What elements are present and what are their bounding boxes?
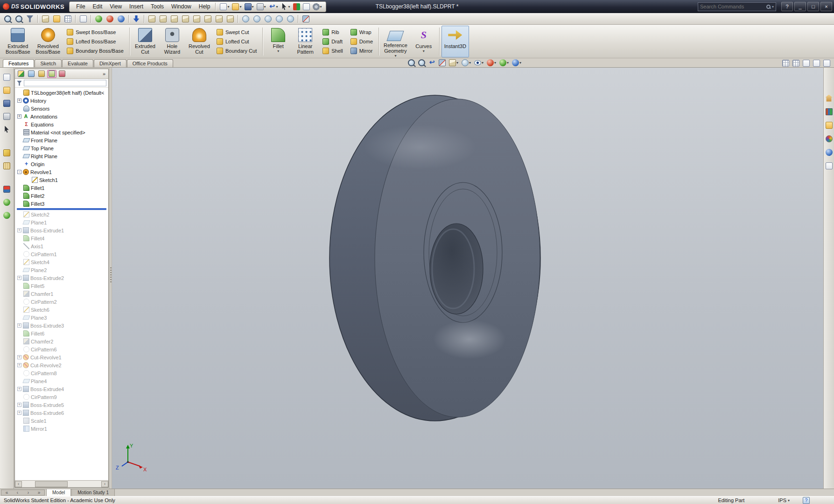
fillet-button-dropdown-icon[interactable]: ▾ [277,49,279,53]
study-nav-button-2[interactable]: › [23,490,34,495]
tree-item-material-not-specified[interactable]: Material <not specified> [16,128,108,136]
tree-item-fillet5[interactable]: Fillet5 [16,282,108,290]
tab-motion-study-1[interactable]: Motion Study 1 [71,489,115,496]
appearances-scenes-button[interactable] [825,148,834,156]
new-document-dropdown-icon[interactable]: ▾ [227,5,229,9]
isometric-view-button[interactable] [214,14,224,24]
expand-plus-box[interactable]: + [17,411,21,415]
tree-item-root[interactable]: TSLbogger38(left half) (Default< [16,89,108,97]
view-settings-button[interactable]: ▾ [511,59,522,67]
tree-item-equations[interactable]: ΣEquations [16,120,108,128]
tree-item-sketch1[interactable]: Sketch1 [16,176,108,184]
edit-appearance-dropdown-icon[interactable]: ▾ [494,61,496,65]
swept-cut-button[interactable]: Swept Cut [215,28,258,36]
tree-item-plane2[interactable]: Plane2 [16,266,108,274]
bottom-view-button[interactable] [203,14,213,24]
tree-item-fillet3[interactable]: Fillet3 [16,200,108,208]
tree-item-boss-extrude2[interactable]: +Boss-Extrude2 [16,274,108,282]
left-view-button[interactable] [169,14,179,24]
tree-item-annotations[interactable]: +AAnnotations [16,112,108,120]
wrap-button[interactable]: Wrap [349,28,374,36]
view-orientation-button[interactable]: ▾ [448,59,459,67]
tree-item-sketch4[interactable]: Sketch4 [16,258,108,266]
zoom-to-area-button[interactable] [14,14,24,24]
select-dropdown-icon[interactable]: ▾ [288,5,290,9]
display-style-button[interactable]: ▾ [461,59,472,67]
rebuild-flag-button[interactable] [2,184,12,194]
wireframe-button[interactable] [240,14,251,24]
expand-plus-box[interactable]: + [17,403,21,407]
tab-features[interactable]: Features [3,59,34,67]
print-dropdown-icon[interactable]: ▾ [264,5,266,9]
hide-show-items-dropdown-icon[interactable]: ▾ [482,61,484,65]
options-button[interactable]: ▾ [312,3,323,11]
edit-appearance-button[interactable]: ▾ [486,59,497,67]
rebuild-button[interactable] [292,3,301,11]
pane-minimize-button[interactable] [802,59,811,67]
boundary-cut-button[interactable]: Boundary Cut [215,47,258,55]
print-button[interactable]: ▾ [256,3,267,11]
expand-plus-box[interactable]: + [17,363,21,367]
menu-insert[interactable]: Insert [126,2,147,12]
menu-edit[interactable]: Edit [89,2,106,12]
model-3d[interactable] [329,95,540,421]
draft-button[interactable]: Draft [321,37,344,46]
tree-item-scale1[interactable]: Scale1 [16,417,108,425]
save-button[interactable]: ▾ [244,3,255,11]
close-button[interactable]: × [820,2,832,11]
view-orientation-dropdown-icon[interactable]: ▾ [456,61,458,65]
study-nav-button-0[interactable]: « [1,490,12,495]
tab-dimxpert[interactable]: DimXpert [94,59,126,67]
view-orientation-button[interactable] [40,14,50,24]
save-dropdown-icon[interactable]: ▾ [252,5,254,9]
propertymanager-tab-button[interactable] [27,70,36,78]
open-documents-button[interactable] [51,14,62,24]
undo-dropdown-icon[interactable]: ▾ [276,5,278,9]
bore-hole[interactable] [430,224,483,314]
trimetric-view-button[interactable] [225,14,235,24]
tree-item-front-plane[interactable]: Front Plane [16,136,108,144]
tree-item-axis1[interactable]: Axis1 [16,242,108,250]
graphics-viewport[interactable]: Y X Z [112,68,823,489]
search-icon[interactable] [766,5,771,9]
pane-restore-button[interactable] [812,59,821,67]
top-view-button[interactable] [191,14,202,24]
file-explorer-button[interactable] [825,121,834,129]
tree-item-cirpattern9[interactable]: CirPattern9 [16,393,108,401]
open-document-button[interactable] [2,85,12,95]
menu-window[interactable]: Window [168,2,195,12]
tree-item-plane4[interactable]: Plane4 [16,377,108,385]
tree-item-boss-extrude3[interactable]: +Boss-Extrude3 [16,322,108,329]
minimize-button[interactable]: _ [794,2,806,11]
pane-layout-button[interactable] [792,59,800,67]
undo-button[interactable]: ↩▾ [268,3,279,11]
reference-geometry-button[interactable]: ReferenceGeometry▾ [381,26,410,57]
tree-item-origin[interactable]: +Origin [16,160,108,168]
view-settings-button[interactable] [116,14,126,24]
search-dropdown-icon[interactable]: ▾ [772,5,774,9]
tab-model[interactable]: Model [46,489,71,496]
design-library-button[interactable] [825,107,834,116]
menu-file[interactable]: File [72,2,89,12]
pane-window-button[interactable] [781,59,790,67]
zoom-to-area-button[interactable] [417,59,426,67]
view-palette-button[interactable] [825,134,834,143]
scroll-left-button[interactable]: ‹ [15,481,22,487]
back-view-button[interactable] [158,14,168,24]
edit-scene-button[interactable] [2,210,12,220]
dome-button[interactable]: Dome [349,37,374,46]
expand-plus-box[interactable]: + [17,276,21,280]
shaded-with-edges-button[interactable] [274,14,284,24]
tree-item-fillet1[interactable]: Fillet1 [16,184,108,192]
study-nav-button-3[interactable]: » [34,490,44,495]
new-part-button[interactable] [2,72,12,82]
section-view-button[interactable] [438,59,447,67]
expand-plus-box[interactable]: + [17,323,21,328]
units-dropdown-icon[interactable]: ▾ [788,498,790,503]
tree-item-fillet6[interactable]: Fillet6 [16,329,108,337]
viewport-canvas[interactable]: Y X Z [112,68,823,489]
apply-scene-dropdown-icon[interactable]: ▾ [507,61,509,65]
open-button[interactable]: ▾ [231,3,242,11]
tab-sketch[interactable]: Sketch [35,59,62,67]
study-nav-button-1[interactable]: ‹ [12,490,23,495]
